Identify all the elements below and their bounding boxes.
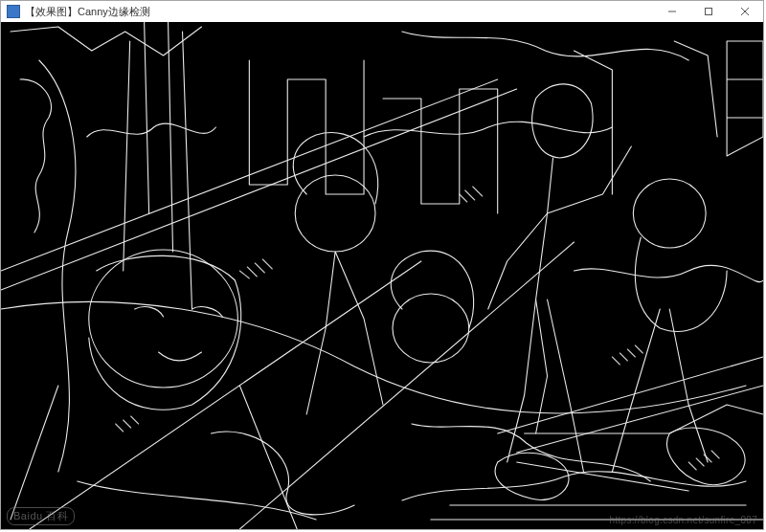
- app-icon: [7, 5, 20, 18]
- window-title: 【效果图】Canny边缘检测: [25, 5, 150, 19]
- watermark-bottom-left: Baidu 百科: [7, 507, 75, 525]
- maximize-button[interactable]: [690, 1, 727, 22]
- close-icon: [740, 7, 750, 16]
- svg-rect-1: [706, 9, 712, 15]
- title-bar[interactable]: 【效果图】Canny边缘检测: [1, 1, 763, 22]
- minimize-icon: [667, 7, 677, 16]
- close-button[interactable]: [727, 1, 763, 22]
- maximize-icon: [704, 7, 713, 16]
- edge-image: [1, 22, 763, 529]
- svg-rect-4: [1, 22, 763, 529]
- image-viewport: Baidu 百科 https://blog.csdn.net/sunfire_0…: [1, 22, 763, 529]
- minimize-button[interactable]: [654, 1, 690, 22]
- watermark-bottom-right: https://blog.csdn.net/sunfire_007: [610, 515, 757, 525]
- app-window: 【效果图】Canny边缘检测: [0, 0, 764, 530]
